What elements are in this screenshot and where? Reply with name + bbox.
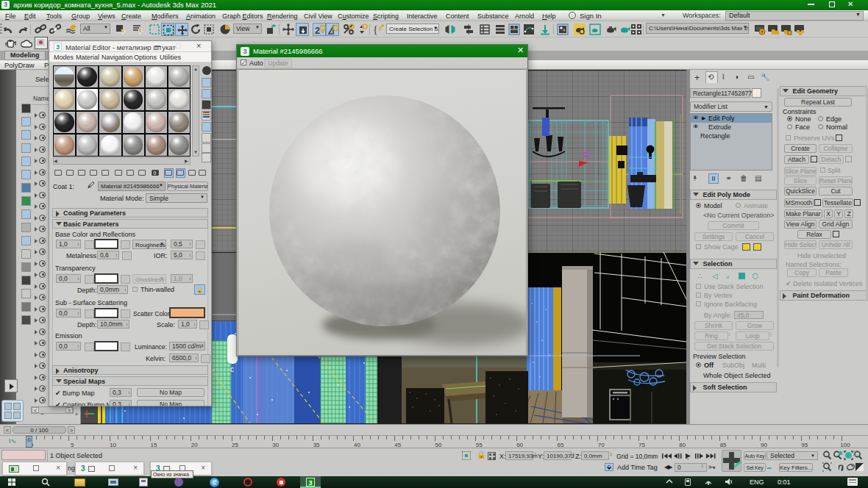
svg-text:2: 2 [315,25,320,36]
svg-text:{: { [373,24,378,35]
svg-text:c: c [230,365,234,373]
